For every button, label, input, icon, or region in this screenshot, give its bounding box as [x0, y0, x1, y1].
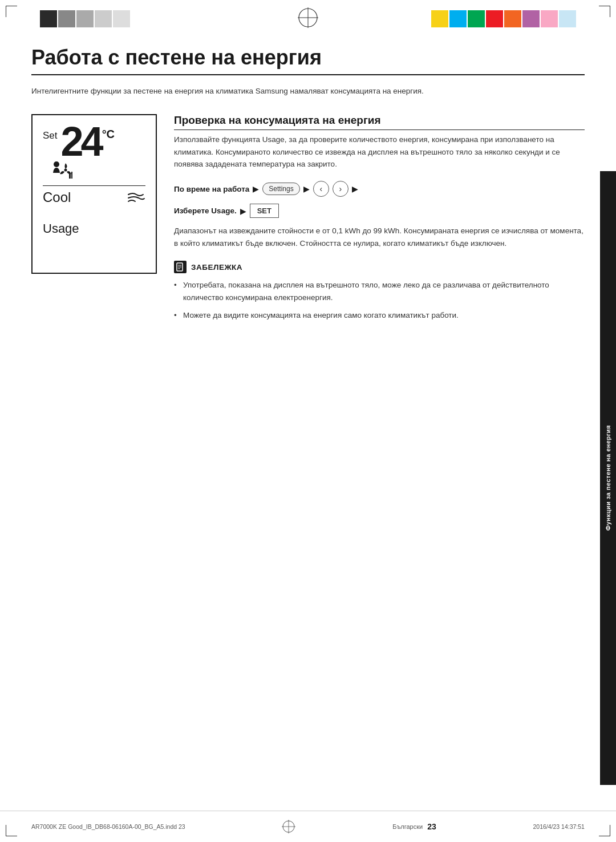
- section-title: Проверка на консумацията на енергия: [174, 114, 585, 130]
- document-icon: [176, 262, 184, 272]
- arrow-icon-4: ▶: [240, 207, 246, 216]
- page-language: Български: [392, 823, 423, 830]
- person-fan-icon: [51, 160, 72, 180]
- display-usage-label: Usage: [43, 221, 145, 236]
- color-block-pink: [541, 10, 558, 27]
- note-item-1: Употребата, показана на дисплея на вътре…: [174, 279, 585, 303]
- arrow-icon-3: ▶: [352, 184, 358, 193]
- note-icon: [174, 261, 187, 273]
- svg-point-4: [64, 169, 67, 172]
- nav-right-button: ›: [333, 181, 348, 197]
- color-block-orange: [504, 10, 521, 27]
- corner-mark-tr: [599, 6, 610, 17]
- nav-left-button: ‹: [313, 181, 329, 197]
- page-number: 23: [427, 822, 436, 831]
- color-block-yellow: [431, 10, 448, 27]
- temperature-number: 24: [61, 124, 101, 159]
- note-box: ЗАБЕЛЕЖКА Употребата, показана на диспле…: [174, 261, 585, 322]
- color-block: [113, 10, 130, 27]
- note-item-2: Можете да видите консумацията на енергия…: [174, 309, 585, 322]
- wind-icon: [127, 190, 145, 205]
- section-body-text: Използвайте функцията Usage, за да прове…: [174, 133, 585, 171]
- right-column: Проверка на консумацията на енергия Изпо…: [174, 114, 585, 327]
- instruction-row-1: По време на работа ▶ Settings ▶ ‹ › ▶: [174, 181, 585, 197]
- set-button-display: SET: [250, 204, 279, 218]
- color-block-purple: [522, 10, 540, 27]
- crosshair-icon: [298, 7, 318, 28]
- display-panel: Set 24 °C: [31, 114, 157, 274]
- display-set-label: Set: [43, 130, 58, 141]
- instruction-row-2: Изберете Usage. ▶ SET: [174, 204, 585, 218]
- temperature-display: 24 °C: [61, 124, 115, 159]
- note-list: Употребата, показана на дисплея на вътре…: [174, 279, 585, 322]
- page-title: Работа с пестене на енергия: [31, 46, 585, 75]
- color-block: [58, 10, 75, 27]
- bottom-right-text: 2016/4/23 14:37:51: [533, 823, 585, 830]
- corner-mark-tl: [6, 6, 17, 17]
- display-cool-label: Cool: [43, 189, 71, 205]
- color-block: [40, 10, 57, 27]
- range-text: Диапазонът на извежданите стойности е от…: [174, 225, 585, 249]
- svg-rect-6: [71, 172, 72, 179]
- color-block: [76, 10, 94, 27]
- svg-point-3: [54, 161, 59, 167]
- arrow-icon-1: ▶: [253, 184, 259, 193]
- cool-wind-row: Cool: [43, 189, 145, 205]
- color-block-red: [486, 10, 503, 27]
- color-block: [95, 10, 112, 27]
- side-tab: Функции за пестене на енергия: [600, 171, 616, 785]
- color-block-green: [468, 10, 485, 27]
- note-header: ЗАБЕЛЕЖКА: [174, 261, 585, 273]
- svg-rect-5: [69, 174, 71, 179]
- arrow-icon-2: ▶: [303, 184, 310, 193]
- instruction2-label: Изберете Usage.: [174, 207, 237, 215]
- color-blocks-left: [40, 10, 130, 27]
- bottom-left-text: AR7000K ZE Good_IB_DB68-06160A-00_BG_A5.…: [31, 823, 185, 830]
- color-block-cyan: [449, 10, 467, 27]
- display-divider: [43, 185, 145, 186]
- bottom-bar: AR7000K ZE Good_IB_DB68-06160A-00_BG_A5.…: [0, 811, 616, 842]
- color-blocks-right: [431, 10, 576, 27]
- color-block-lightblue: [559, 10, 576, 27]
- side-tab-text: Функции за пестене на енергия: [605, 425, 611, 531]
- instruction1-label: По време на работа: [174, 185, 249, 193]
- bottom-crosshair-icon: [282, 820, 295, 833]
- settings-button-display: Settings: [262, 183, 299, 195]
- note-title: ЗАБЕЛЕЖКА: [191, 263, 242, 272]
- page-number-area: Български 23: [392, 822, 436, 831]
- display-icon-row: [43, 160, 145, 180]
- subtitle-text: Интелигентните функции за пестене на ене…: [31, 86, 585, 97]
- degree-symbol: °C: [102, 128, 115, 141]
